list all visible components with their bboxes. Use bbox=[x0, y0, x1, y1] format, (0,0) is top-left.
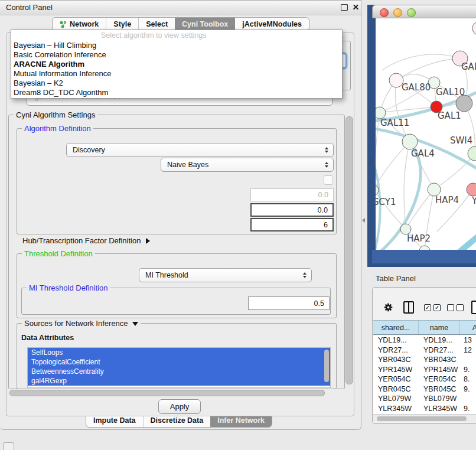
table-row[interactable]: YBR043CYBR043C bbox=[373, 355, 476, 365]
hub-tf-definition-label: Hub/Transcription Factor Definition bbox=[22, 236, 141, 245]
network-node-hap4[interactable] bbox=[428, 183, 441, 196]
table-toolbar: ✓ ✓ bbox=[373, 288, 476, 319]
mi-threshold-definition-legend: MI Threshold Definition bbox=[27, 283, 110, 292]
network-node-label: GAL4 bbox=[411, 148, 435, 159]
table-row[interactable]: YDL19...YDL19...13 bbox=[373, 335, 476, 345]
float-panel-icon[interactable] bbox=[341, 4, 348, 11]
tab-cyni-toolbox[interactable]: Cyni Toolbox bbox=[175, 18, 235, 31]
mi-steps-field[interactable]: 6 bbox=[250, 218, 334, 231]
data-attribute-item-selfloops[interactable]: SelfLoops bbox=[28, 348, 330, 357]
network-tab-icon bbox=[60, 21, 67, 28]
algorithm-menu-item-mutual-information-inference[interactable]: Mutual Information Inference bbox=[11, 69, 342, 79]
table-row[interactable]: YBL079WYBL079W bbox=[373, 394, 476, 404]
table-cell: 8. bbox=[460, 374, 476, 384]
data-attribute-item-betweennesscentrality[interactable]: BetweennessCentrality bbox=[28, 367, 330, 376]
control-panel: Control Panel NetworkStyleSelectCyni Too… bbox=[0, 0, 361, 430]
table-horizontal-scrollbar[interactable] bbox=[373, 414, 476, 422]
table-row[interactable]: YBR045CYBR045C9. bbox=[373, 384, 476, 394]
network-node-gal4[interactable] bbox=[402, 134, 418, 149]
table-column-header-name[interactable]: name bbox=[419, 321, 460, 334]
bottom-left-widget-icon[interactable] bbox=[3, 442, 14, 450]
close-panel-icon[interactable] bbox=[353, 4, 359, 10]
network-node-swi4[interactable] bbox=[468, 146, 476, 161]
algorithm-dropdown-popup: Select algorithm to view settings Bayesi… bbox=[11, 30, 343, 99]
network-node-unlabeled[interactable] bbox=[456, 95, 472, 112]
network-node-unlabeled[interactable] bbox=[472, 21, 476, 35]
minimize-window-icon[interactable] bbox=[393, 8, 402, 17]
table-cell: YDR27... bbox=[373, 345, 419, 356]
tab-network[interactable]: Network bbox=[53, 18, 106, 31]
select-all-checkboxes-icon[interactable]: ✓ ✓ bbox=[424, 304, 441, 311]
mi-threshold-field[interactable]: 0.5 bbox=[248, 296, 330, 310]
network-node-label: SWI4 bbox=[450, 135, 472, 146]
algorithm-menu-item-bayesian-k2[interactable]: Bayesian – K2 bbox=[11, 79, 342, 88]
kernel-width-field[interactable]: 0.0 bbox=[250, 188, 334, 201]
data-attributes-list: SelfLoopsTopologicalCoefficientBetweenne… bbox=[27, 347, 331, 388]
manual-kernel-width-checkbox[interactable] bbox=[324, 175, 333, 185]
table-row[interactable]: YLR345WYLR345W9. bbox=[373, 404, 476, 414]
network-node-label: Y bbox=[471, 195, 476, 206]
table-cell: YER054C bbox=[419, 374, 460, 384]
network-node-label: GAL bbox=[461, 61, 476, 72]
algorithm-definition-legend: Algorithm Definition bbox=[22, 124, 93, 133]
tab-style[interactable]: Style bbox=[106, 18, 138, 31]
deselect-all-checkboxes-icon[interactable] bbox=[447, 304, 464, 311]
settings-vertical-scrollbar-thumb[interactable] bbox=[345, 116, 353, 384]
algorithm-menu-item-aracne-algorithm[interactable]: ARACNE Algorithm bbox=[11, 60, 342, 69]
algorithm-menu-item-bayesian-hill-climbing[interactable]: Bayesian – Hill Climbing bbox=[11, 41, 342, 50]
settings-horizontal-scrollbar-thumb[interactable] bbox=[9, 390, 325, 396]
tab-label: Select bbox=[146, 20, 168, 28]
network-view-canvas[interactable]: GALGAL80GAL10GAL1GAL11GAL4SWI4GCY1HAP4YH… bbox=[376, 18, 476, 250]
attribute-list-scrollbar[interactable] bbox=[324, 350, 329, 382]
table-cell: YBR045C bbox=[373, 384, 419, 394]
table-cell: YER054C bbox=[373, 374, 419, 384]
which-threshold-combobox[interactable]: MI Threshold bbox=[139, 268, 312, 282]
dpi-tolerance-field[interactable]: 0.0 bbox=[250, 203, 334, 217]
close-window-icon[interactable] bbox=[380, 8, 389, 17]
combo-arrows-icon bbox=[325, 147, 328, 153]
tab-label: Cyni Toolbox bbox=[182, 20, 228, 28]
table-cell: YBL079W bbox=[419, 394, 460, 404]
table-cell: YLR345W bbox=[373, 404, 419, 414]
apply-button[interactable]: Apply bbox=[158, 399, 201, 414]
data-attribute-item-topologicalcoefficient[interactable]: TopologicalCoefficient bbox=[28, 357, 330, 367]
network-window-bottom-frame bbox=[372, 250, 476, 263]
data-attribute-item-gal4rgexp[interactable]: gal4RGexp bbox=[28, 376, 330, 386]
zoom-window-icon[interactable] bbox=[407, 8, 416, 17]
network-node-gal11[interactable] bbox=[376, 107, 386, 119]
table-horizontal-scrollbar-thumb[interactable] bbox=[377, 416, 467, 421]
tab-jactivemnodules[interactable]: jActiveMNodules bbox=[235, 18, 309, 31]
network-node-unlabeled[interactable] bbox=[419, 246, 430, 250]
algorithm-menu-item-dream8-dc-tdc-algorithm[interactable]: Dream8 DC_TDC Algorithm bbox=[11, 88, 342, 97]
settings-vertical-scrollbar[interactable] bbox=[344, 115, 353, 388]
tab-label: jActiveMNodules bbox=[242, 20, 302, 28]
table-row[interactable]: YDR27...YDR27...12 bbox=[373, 345, 476, 356]
tab-label: Impute Data bbox=[93, 416, 136, 425]
network-window-titlebar[interactable] bbox=[372, 5, 476, 18]
network-node-y[interactable] bbox=[467, 183, 476, 196]
table-panel: ✓ ✓ shared...nameA YDL19...YDL19...13YDR… bbox=[372, 287, 476, 424]
table-cell: YDL19... bbox=[419, 335, 460, 345]
unchecked-box-icon bbox=[447, 304, 454, 311]
network-node-label: GAL11 bbox=[380, 118, 409, 128]
table-body: YDL19...YDL19...13YDR27...YDR27...12YBR0… bbox=[373, 335, 476, 414]
table-column-header-a[interactable]: A bbox=[460, 321, 476, 334]
algorithm-menu-item-basic-correlation-inference[interactable]: Basic Correlation Inference bbox=[11, 50, 342, 60]
panel-splitter-arrow[interactable] bbox=[362, 218, 365, 223]
table-cell: YBR043C bbox=[419, 355, 460, 365]
table-row[interactable]: YPR145WYPR145W9. bbox=[373, 365, 476, 375]
mi-algorithm-type-combobox[interactable]: Naive Bayes bbox=[161, 158, 334, 172]
algorithm-menu: Bayesian – Hill ClimbingBasic Correlatio… bbox=[11, 41, 342, 97]
hub-tf-definition-toggle[interactable]: Hub/Transcription Factor Definition bbox=[22, 236, 150, 245]
gear-icon[interactable] bbox=[383, 302, 393, 315]
table-cell: 9. bbox=[460, 365, 476, 375]
column-visibility-icon[interactable] bbox=[403, 301, 414, 314]
document-icon[interactable] bbox=[471, 301, 476, 314]
table-column-header-shared[interactable]: shared... bbox=[373, 321, 419, 334]
checked-box-icon: ✓ bbox=[433, 304, 441, 311]
aracne-mode-combobox[interactable]: Discovery bbox=[66, 143, 334, 157]
tab-select[interactable]: Select bbox=[138, 18, 175, 31]
table-row[interactable]: YER054CYER054C8. bbox=[373, 374, 476, 384]
table-cell: YLR345W bbox=[419, 404, 460, 414]
mi-algorithm-type-value: Naive Bayes bbox=[167, 161, 208, 169]
